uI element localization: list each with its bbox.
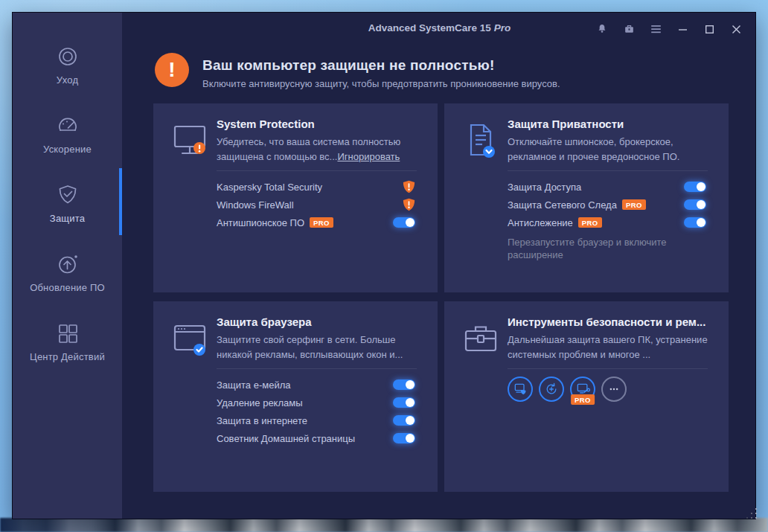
pc-security-button[interactable] [508, 376, 533, 402]
tool-system-restore [539, 376, 564, 402]
resize-grip[interactable] [745, 507, 758, 520]
item-label: Защита Доступа [508, 182, 581, 193]
toggle-knob [697, 182, 705, 191]
toggle-knob [406, 416, 415, 425]
sidebar-item-speedup[interactable]: Ускорение [13, 115, 122, 167]
card-description: Отключайте шпионское, брокерское, реклам… [508, 135, 710, 164]
briefcase-icon [623, 23, 636, 35]
card-title: Защита Приватности [508, 118, 624, 130]
card-security-tools: Инструменты безопасности и рем... Дальне… [444, 301, 729, 492]
toggle-knob [697, 218, 705, 227]
ignore-link[interactable]: Игнорировать [337, 151, 400, 162]
card-browser-protection: Защита браузера Защитите свой серфинг в … [153, 301, 438, 492]
divider [217, 368, 417, 369]
alert-header: Ваш компьютер защищен не полностью! Вклю… [202, 57, 560, 89]
sidebar-item-software-updater[interactable]: Обновление ПО [13, 253, 122, 305]
minimize-button[interactable] [669, 13, 696, 45]
main-area: Advanced SystemCare 15Pro [122, 13, 757, 519]
toggle-antispyware[interactable] [393, 217, 415, 228]
sidebar-item-label: Центр Действий [13, 351, 122, 362]
tool-pc-repair: PRO [570, 376, 595, 402]
toggle-digital-fingerprint[interactable] [684, 199, 706, 210]
alert-subtitle: Включите антивирусную защиту, чтобы пред… [202, 78, 560, 89]
sidebar-item-label: Защита [13, 213, 122, 224]
tool-more [601, 376, 627, 402]
menu-button[interactable] [642, 13, 669, 45]
item-label: Защита e-мейла [217, 379, 291, 391]
toggle-knob [406, 434, 415, 443]
toggle-ads-removal[interactable] [393, 397, 415, 408]
item-label: Windows FireWall [217, 199, 294, 211]
item-label: Советник Домашней страницы [217, 433, 355, 444]
maximize-button[interactable] [696, 13, 723, 45]
toggle-knob [406, 380, 415, 389]
warning-shield-icon[interactable] [403, 198, 415, 211]
item-label: Защита в интернете [217, 415, 307, 426]
sidebar-item-action-center[interactable]: Центр Действий [13, 322, 122, 374]
speedometer-icon [57, 115, 79, 137]
list-item: Советник Домашней страницы [217, 429, 415, 447]
card-system-protection: System Protection Убедитесь, что ваша си… [153, 103, 438, 292]
toggle-homepage-advisor[interactable] [393, 433, 415, 443]
card-description: Дальнейшая защита вашего ПК, устранение … [508, 333, 710, 362]
tool-pc-security [508, 376, 533, 402]
warning-shield-icon[interactable] [403, 180, 415, 193]
alert-title: Ваш компьютер защищен не полностью! [202, 57, 560, 74]
toggle-knob [406, 398, 415, 407]
bell-icon [596, 23, 608, 35]
card-description: Убедитесь, что ваша система полностью за… [217, 135, 419, 164]
list-item: Антислежение PRO [508, 214, 706, 231]
list-item: Windows FireWall [217, 196, 415, 214]
notifications-button[interactable] [589, 13, 615, 45]
card-title: Защита браузера [217, 315, 312, 328]
close-button[interactable] [723, 13, 749, 45]
sidebar-item-label: Уход [13, 74, 122, 86]
list-item: Защита Доступа [508, 178, 706, 196]
item-label: Удаление рекламы [217, 397, 303, 408]
tool-buttons: PRO [508, 376, 627, 402]
list-item: Антишпионское ПО PRO [217, 214, 415, 231]
toggle-knob [406, 218, 415, 227]
pro-badge: PRO [622, 199, 646, 210]
card-title: System Protection [217, 118, 315, 130]
cards-grid: System Protection Убедитесь, что ваша си… [153, 103, 729, 492]
sidebar-item-label: Ускорение [13, 144, 122, 155]
toggle-anti-tracking[interactable] [684, 217, 706, 228]
alert-exclamation-icon: ! [155, 53, 189, 87]
pro-badge: PRO [310, 217, 333, 228]
protection-list: Kaspersky Total Security Windows FireWal… [217, 178, 415, 231]
monitor-warning-icon [170, 120, 210, 160]
document-shield-icon [461, 120, 501, 160]
pc-shield-icon [513, 382, 528, 397]
restore-arrows-icon [544, 382, 559, 397]
card-description: Защитите свой серфинг в сети. Больше ник… [217, 333, 419, 362]
desktop-photo-strip [0, 518, 768, 532]
toggle-surfing-protection[interactable] [393, 415, 415, 426]
titlebar: Advanced SystemCare 15Pro [122, 13, 757, 45]
pro-badge: PRO [571, 394, 595, 405]
system-restore-button[interactable] [539, 376, 564, 402]
shield-check-icon [57, 184, 79, 206]
card-title: Инструменты безопасности и рем... [508, 315, 705, 328]
list-item: Защита Сетевого Следа PRO [508, 196, 706, 214]
minimize-icon [678, 25, 688, 34]
toggle-access-protection[interactable] [684, 182, 706, 192]
sidebar-item-protect[interactable]: Защита [13, 184, 122, 236]
titlebar-buttons [589, 13, 749, 45]
more-tools-button[interactable] [601, 376, 627, 402]
sidebar-item-care[interactable]: Уход [13, 45, 122, 97]
sidebar: Уход Ускорение Защита [13, 13, 122, 519]
app-window: Уход Ускорение Защита [12, 12, 756, 519]
toggle-email-protection[interactable] [393, 379, 415, 390]
item-label: Защита Сетевого Следа [508, 199, 617, 211]
browser-restart-note: Перезапустите браузер и включите расшире… [508, 236, 694, 261]
close-icon [732, 25, 741, 34]
divider [217, 170, 417, 171]
desktop-background: Уход Ускорение Защита [0, 0, 768, 532]
divider [508, 170, 708, 171]
list-item: Удаление рекламы [217, 394, 415, 411]
browser-shield-icon [170, 318, 210, 358]
store-button[interactable] [615, 13, 642, 45]
toolbox-icon [461, 318, 501, 358]
sidebar-item-label: Обновление ПО [13, 282, 122, 293]
